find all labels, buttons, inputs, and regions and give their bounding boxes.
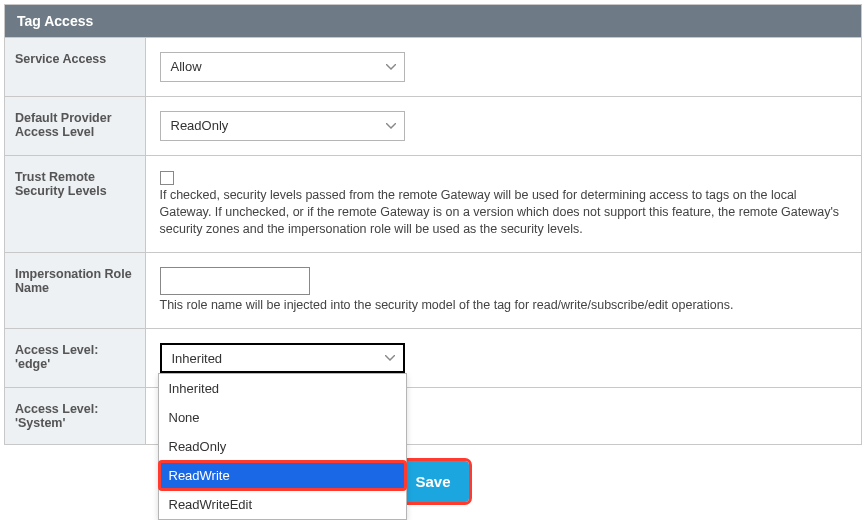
label-default-provider: Default Provider Access Level [5, 97, 145, 156]
trust-remote-help: If checked, security levels passed from … [160, 187, 848, 238]
dropdown-option-readwrite[interactable]: ReadWrite [159, 461, 406, 490]
access-edge-value: Inherited [172, 351, 223, 366]
chevron-down-icon [377, 345, 403, 371]
row-access-edge: Access Level: 'edge' Inherited Inherited… [5, 328, 861, 387]
trust-remote-checkbox[interactable] [160, 171, 174, 185]
row-impersonation: Impersonation Role Name This role name w… [5, 252, 861, 328]
tag-access-panel: Tag Access Service Access Allow Default … [4, 4, 862, 445]
panel-title: Tag Access [5, 5, 861, 37]
label-access-edge: Access Level: 'edge' [5, 328, 145, 387]
settings-table: Service Access Allow Default Provider Ac… [5, 37, 861, 444]
access-edge-select[interactable]: Inherited Inherited None ReadOnly ReadWr… [160, 343, 405, 373]
row-default-provider: Default Provider Access Level ReadOnly [5, 97, 861, 156]
row-trust-remote: Trust Remote Security Levels If checked,… [5, 156, 861, 253]
row-service-access: Service Access Allow [5, 38, 861, 97]
impersonation-help: This role name will be injected into the… [160, 297, 848, 314]
default-provider-value: ReadOnly [171, 118, 229, 133]
dropdown-option-readonly[interactable]: ReadOnly [159, 432, 406, 461]
row-access-system: Access Level: 'System' [5, 387, 861, 444]
dropdown-option-none[interactable]: None [159, 403, 406, 432]
save-button[interactable]: Save [397, 461, 468, 502]
impersonation-input[interactable] [160, 267, 310, 295]
default-provider-select[interactable]: ReadOnly [160, 111, 405, 141]
service-access-value: Allow [171, 59, 202, 74]
label-service-access: Service Access [5, 38, 145, 97]
access-edge-dropdown: Inherited None ReadOnly ReadWrite ReadWr… [158, 373, 407, 520]
label-trust-remote: Trust Remote Security Levels [5, 156, 145, 253]
save-button-container: Save [0, 449, 866, 520]
chevron-down-icon [378, 53, 404, 81]
label-impersonation: Impersonation Role Name [5, 252, 145, 328]
service-access-select[interactable]: Allow [160, 52, 405, 82]
label-access-system: Access Level: 'System' [5, 387, 145, 444]
dropdown-option-inherited[interactable]: Inherited [159, 374, 406, 403]
chevron-down-icon [378, 112, 404, 140]
dropdown-option-readwriteedit[interactable]: ReadWriteEdit [159, 490, 406, 519]
